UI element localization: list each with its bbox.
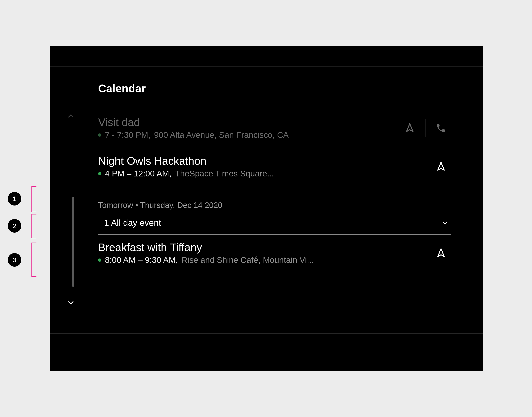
event-title: Visit dad: [98, 116, 400, 129]
allday-label: 1 All day event: [98, 218, 161, 228]
bottom-divider: [50, 333, 483, 334]
event-text: Visit dad 7 - 7:30 PM, 900 Alta Avenue, …: [98, 116, 400, 140]
calendar-dot-icon: [98, 259, 101, 262]
event-actions: [431, 243, 451, 263]
event-row-visit-dad[interactable]: Visit dad 7 - 7:30 PM, 900 Alta Avenue, …: [98, 110, 451, 148]
device-screen: Calendar Visit dad 7 - 7:30 PM, 900 Alta…: [50, 46, 483, 371]
navigate-icon: [435, 161, 447, 172]
annotation-badge-3: 3: [8, 253, 21, 267]
annotation-badge-3-label: 3: [13, 256, 16, 264]
phone-icon: [435, 122, 447, 133]
event-list: Visit dad 7 - 7:30 PM, 900 Alta Avenue, …: [98, 110, 451, 273]
scroll-up-button[interactable]: [65, 111, 76, 122]
canvas: 1 2 3 Calendar Visit dad 7: [0, 0, 532, 417]
action-separator: [425, 119, 426, 137]
annotation-bracket-3: [31, 242, 36, 277]
event-title: Night Owls Hackathon: [98, 155, 431, 167]
event-location: TheSpace Times Square...: [175, 169, 274, 178]
event-title: Breakfast with Tiffany: [98, 241, 431, 254]
event-time: 4 PM – 12:00 AM,: [105, 169, 171, 178]
navigate-button[interactable]: [400, 118, 420, 138]
event-subtitle: 7 - 7:30 PM, 900 Alta Avenue, San Franci…: [98, 130, 400, 140]
event-subtitle: 4 PM – 12:00 AM, TheSpace Times Square..…: [98, 169, 431, 178]
chevron-down-icon: [440, 218, 450, 228]
scrollbar[interactable]: [72, 197, 74, 287]
event-row-breakfast[interactable]: Breakfast with Tiffany 8:00 AM – 9:30 AM…: [98, 235, 451, 273]
annotation-bracket-1: [31, 186, 36, 212]
calendar-dot-icon: [98, 133, 101, 137]
scroll-down-button[interactable]: [65, 297, 76, 308]
chevron-up-icon: [65, 111, 76, 122]
calendar-dot-icon: [98, 172, 101, 175]
call-button[interactable]: [431, 118, 451, 138]
annotation-badge-2: 2: [8, 219, 21, 233]
annotation-badge-1-label: 1: [13, 195, 16, 203]
navigate-button[interactable]: [431, 156, 451, 177]
chevron-down-icon: [65, 297, 76, 308]
event-time: 8:00 AM – 9:30 AM,: [105, 255, 178, 265]
event-location: Rise and Shine Café, Mountain Vi...: [182, 255, 314, 265]
event-actions: [400, 118, 451, 138]
annotation-badge-2-label: 2: [13, 222, 16, 229]
annotation-bracket-2: [31, 214, 36, 238]
event-row-night-owls[interactable]: Night Owls Hackathon 4 PM – 12:00 AM, Th…: [98, 148, 451, 187]
navigate-icon: [435, 247, 447, 259]
navigate-icon: [404, 122, 415, 133]
event-time: 7 - 7:30 PM,: [105, 130, 151, 140]
event-actions: [431, 156, 451, 177]
event-text: Night Owls Hackathon 4 PM – 12:00 AM, Th…: [98, 155, 431, 178]
navigate-button[interactable]: [431, 243, 451, 263]
event-location: 900 Alta Avenue, San Francisco, CA: [154, 130, 289, 140]
section-header-tomorrow: Tomorrow • Thursday, Dec 14 2020: [98, 187, 451, 214]
annotation-badge-1: 1: [8, 192, 21, 206]
event-text: Breakfast with Tiffany 8:00 AM – 9:30 AM…: [98, 241, 431, 265]
allday-toggle-row[interactable]: 1 All day event: [98, 214, 451, 235]
page-title: Calendar: [98, 82, 146, 95]
event-subtitle: 8:00 AM – 9:30 AM, Rise and Shine Café, …: [98, 255, 431, 265]
expand-allday-button[interactable]: [439, 217, 451, 229]
